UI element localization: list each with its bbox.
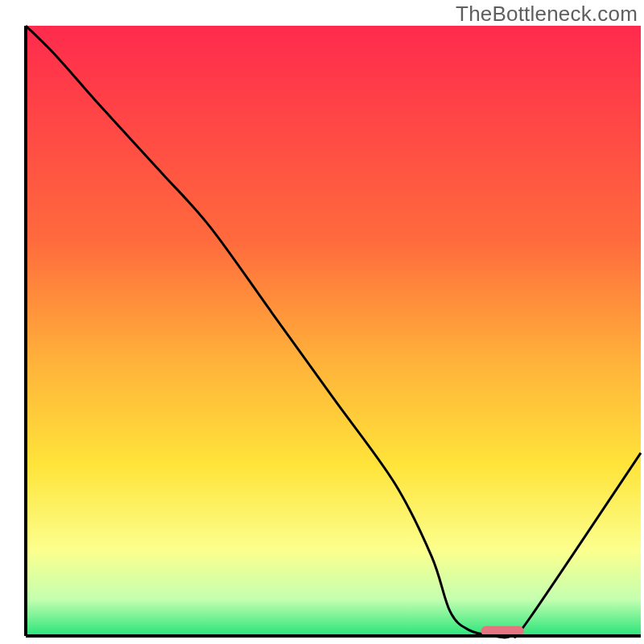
watermark-text: TheBottleneck.com [456, 2, 638, 27]
chart-svg [0, 0, 644, 644]
bottleneck-chart: TheBottleneck.com [0, 0, 644, 644]
plot-background [26, 26, 641, 636]
